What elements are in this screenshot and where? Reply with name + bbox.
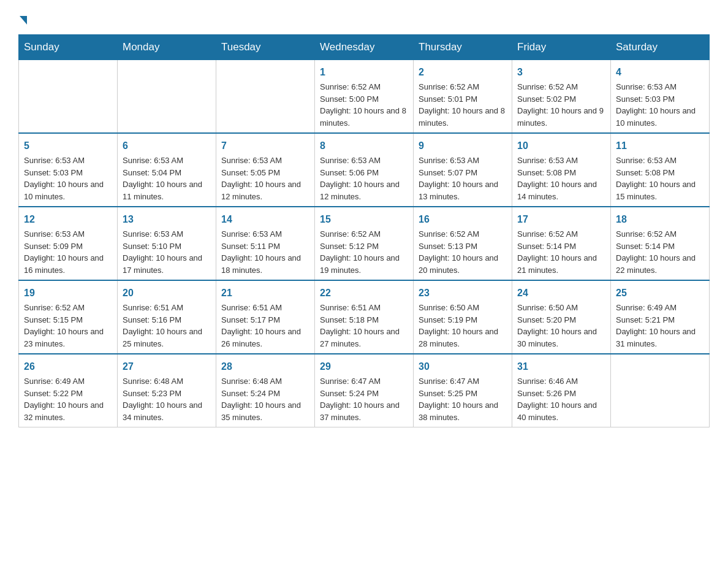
calendar-header-row: SundayMondayTuesdayWednesdayThursdayFrid… [19, 35, 710, 60]
day-number: 14 [221, 212, 309, 227]
day-cell: 4Sunrise: 6:53 AM Sunset: 5:03 PM Daylig… [611, 60, 710, 134]
day-number: 27 [123, 359, 211, 374]
day-info: Sunrise: 6:49 AM Sunset: 5:22 PM Dayligh… [24, 375, 112, 423]
day-cell: 10Sunrise: 6:53 AM Sunset: 5:08 PM Dayli… [512, 133, 611, 207]
day-cell: 15Sunrise: 6:52 AM Sunset: 5:12 PM Dayli… [315, 207, 414, 280]
day-cell: 3Sunrise: 6:52 AM Sunset: 5:02 PM Daylig… [512, 60, 611, 134]
day-number: 2 [419, 65, 507, 80]
day-info: Sunrise: 6:50 AM Sunset: 5:20 PM Dayligh… [517, 302, 605, 350]
day-info: Sunrise: 6:53 AM Sunset: 5:08 PM Dayligh… [616, 155, 704, 202]
column-header-thursday: Thursday [414, 35, 512, 60]
day-cell: 25Sunrise: 6:49 AM Sunset: 5:21 PM Dayli… [611, 280, 710, 354]
day-cell: 28Sunrise: 6:48 AM Sunset: 5:24 PM Dayli… [216, 354, 315, 427]
day-info: Sunrise: 6:47 AM Sunset: 5:25 PM Dayligh… [419, 375, 507, 423]
day-cell: 21Sunrise: 6:51 AM Sunset: 5:17 PM Dayli… [216, 280, 315, 354]
day-cell: 24Sunrise: 6:50 AM Sunset: 5:20 PM Dayli… [512, 280, 611, 354]
week-row-5: 26Sunrise: 6:49 AM Sunset: 5:22 PM Dayli… [19, 354, 710, 427]
week-row-2: 5Sunrise: 6:53 AM Sunset: 5:03 PM Daylig… [19, 133, 710, 207]
day-cell: 18Sunrise: 6:52 AM Sunset: 5:14 PM Dayli… [611, 207, 710, 280]
day-cell: 1Sunrise: 6:52 AM Sunset: 5:00 PM Daylig… [315, 60, 414, 134]
day-info: Sunrise: 6:51 AM Sunset: 5:17 PM Dayligh… [221, 302, 309, 350]
week-row-3: 12Sunrise: 6:53 AM Sunset: 5:09 PM Dayli… [19, 207, 710, 280]
day-cell: 17Sunrise: 6:52 AM Sunset: 5:14 PM Dayli… [512, 207, 611, 280]
page-header [18, 12, 710, 28]
day-cell: 2Sunrise: 6:52 AM Sunset: 5:01 PM Daylig… [414, 60, 512, 134]
day-cell [118, 60, 216, 134]
day-info: Sunrise: 6:53 AM Sunset: 5:11 PM Dayligh… [221, 228, 309, 276]
day-cell: 14Sunrise: 6:53 AM Sunset: 5:11 PM Dayli… [216, 207, 315, 280]
day-info: Sunrise: 6:46 AM Sunset: 5:26 PM Dayligh… [517, 375, 605, 423]
day-info: Sunrise: 6:52 AM Sunset: 5:00 PM Dayligh… [320, 81, 408, 129]
day-number: 31 [517, 359, 605, 374]
day-number: 30 [419, 359, 507, 374]
day-info: Sunrise: 6:53 AM Sunset: 5:05 PM Dayligh… [221, 155, 309, 202]
column-header-tuesday: Tuesday [216, 35, 315, 60]
day-number: 20 [123, 286, 211, 301]
day-number: 19 [24, 286, 112, 301]
day-cell [611, 354, 710, 427]
day-number: 21 [221, 286, 309, 301]
day-number: 28 [221, 359, 309, 374]
day-info: Sunrise: 6:47 AM Sunset: 5:24 PM Dayligh… [320, 375, 408, 423]
day-number: 9 [419, 139, 507, 153]
day-cell: 11Sunrise: 6:53 AM Sunset: 5:08 PM Dayli… [611, 133, 710, 207]
day-info: Sunrise: 6:52 AM Sunset: 5:13 PM Dayligh… [419, 228, 507, 276]
day-cell: 13Sunrise: 6:53 AM Sunset: 5:10 PM Dayli… [118, 207, 216, 280]
column-header-wednesday: Wednesday [315, 35, 414, 60]
day-info: Sunrise: 6:53 AM Sunset: 5:09 PM Dayligh… [24, 228, 112, 276]
column-header-monday: Monday [118, 35, 216, 60]
day-number: 3 [517, 65, 605, 80]
day-cell: 30Sunrise: 6:47 AM Sunset: 5:25 PM Dayli… [414, 354, 512, 427]
day-info: Sunrise: 6:52 AM Sunset: 5:14 PM Dayligh… [517, 228, 605, 276]
day-info: Sunrise: 6:52 AM Sunset: 5:14 PM Dayligh… [616, 228, 704, 276]
day-cell [216, 60, 315, 134]
logo [18, 12, 27, 28]
day-number: 15 [320, 212, 408, 227]
day-info: Sunrise: 6:52 AM Sunset: 5:12 PM Dayligh… [320, 228, 408, 276]
day-cell: 7Sunrise: 6:53 AM Sunset: 5:05 PM Daylig… [216, 133, 315, 207]
day-cell: 27Sunrise: 6:48 AM Sunset: 5:23 PM Dayli… [118, 354, 216, 427]
column-header-friday: Friday [512, 35, 611, 60]
day-cell: 12Sunrise: 6:53 AM Sunset: 5:09 PM Dayli… [19, 207, 118, 280]
calendar-table: SundayMondayTuesdayWednesdayThursdayFrid… [18, 34, 710, 427]
day-number: 4 [616, 65, 704, 80]
day-number: 29 [320, 359, 408, 374]
day-number: 23 [419, 286, 507, 301]
calendar-body: 1Sunrise: 6:52 AM Sunset: 5:00 PM Daylig… [19, 60, 710, 427]
day-info: Sunrise: 6:50 AM Sunset: 5:19 PM Dayligh… [419, 302, 507, 350]
day-cell: 6Sunrise: 6:53 AM Sunset: 5:04 PM Daylig… [118, 133, 216, 207]
day-number: 6 [123, 139, 211, 153]
day-info: Sunrise: 6:52 AM Sunset: 5:01 PM Dayligh… [419, 81, 507, 129]
column-header-sunday: Sunday [19, 35, 118, 60]
day-info: Sunrise: 6:53 AM Sunset: 5:04 PM Dayligh… [123, 155, 211, 202]
day-cell: 23Sunrise: 6:50 AM Sunset: 5:19 PM Dayli… [414, 280, 512, 354]
day-number: 16 [419, 212, 507, 227]
day-cell: 26Sunrise: 6:49 AM Sunset: 5:22 PM Dayli… [19, 354, 118, 427]
day-number: 26 [24, 359, 112, 374]
day-info: Sunrise: 6:53 AM Sunset: 5:10 PM Dayligh… [123, 228, 211, 276]
day-cell: 19Sunrise: 6:52 AM Sunset: 5:15 PM Dayli… [19, 280, 118, 354]
day-number: 11 [616, 139, 704, 153]
day-number: 7 [221, 139, 309, 153]
day-cell: 31Sunrise: 6:46 AM Sunset: 5:26 PM Dayli… [512, 354, 611, 427]
day-number: 13 [123, 212, 211, 227]
day-cell: 20Sunrise: 6:51 AM Sunset: 5:16 PM Dayli… [118, 280, 216, 354]
week-row-1: 1Sunrise: 6:52 AM Sunset: 5:00 PM Daylig… [19, 60, 710, 134]
logo-general [18, 12, 27, 28]
day-number: 22 [320, 286, 408, 301]
day-cell [19, 60, 118, 134]
day-number: 17 [517, 212, 605, 227]
day-number: 18 [616, 212, 704, 227]
day-number: 25 [616, 286, 704, 301]
day-cell: 8Sunrise: 6:53 AM Sunset: 5:06 PM Daylig… [315, 133, 414, 207]
day-info: Sunrise: 6:53 AM Sunset: 5:06 PM Dayligh… [320, 155, 408, 202]
day-number: 12 [24, 212, 112, 227]
day-info: Sunrise: 6:49 AM Sunset: 5:21 PM Dayligh… [616, 302, 704, 350]
day-info: Sunrise: 6:53 AM Sunset: 5:03 PM Dayligh… [616, 81, 704, 129]
day-info: Sunrise: 6:48 AM Sunset: 5:24 PM Dayligh… [221, 375, 309, 423]
day-info: Sunrise: 6:52 AM Sunset: 5:15 PM Dayligh… [24, 302, 112, 350]
day-cell: 29Sunrise: 6:47 AM Sunset: 5:24 PM Dayli… [315, 354, 414, 427]
day-number: 5 [24, 139, 112, 153]
day-info: Sunrise: 6:53 AM Sunset: 5:03 PM Dayligh… [24, 155, 112, 202]
day-cell: 22Sunrise: 6:51 AM Sunset: 5:18 PM Dayli… [315, 280, 414, 354]
